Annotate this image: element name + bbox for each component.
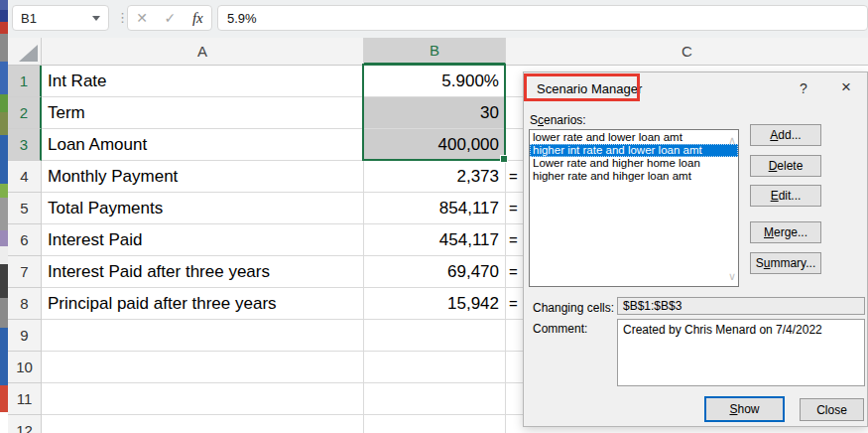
cell-b3[interactable]: 400,000 (364, 129, 506, 161)
summary-button[interactable]: Summary... (750, 252, 821, 274)
formula-bar-row: B1 ⋮ ✕ ✓ fx 5.9% (8, 0, 868, 38)
cell-a6[interactable]: Interest Paid (42, 224, 364, 256)
scenario-manager-dialog: Scenario Manager ? × Scenarios: lower ra… (523, 72, 868, 427)
row-header-5[interactable]: 5 (8, 193, 42, 224)
excel-window: B1 ⋮ ✕ ✓ fx 5.9% A B C 1 Int Rate 5.900%… (0, 0, 868, 433)
cell-a2[interactable]: Term (42, 97, 364, 129)
merge-button[interactable]: Merge... (750, 221, 821, 243)
close-button[interactable]: Close (800, 398, 864, 421)
close-icon[interactable]: × (837, 77, 855, 97)
desktop-edge-strip (0, 0, 8, 433)
formula-buttons-group: ✕ ✓ fx (127, 5, 212, 31)
scroll-up-icon[interactable]: ∧ (728, 134, 736, 147)
formula-value: 5.9% (227, 11, 257, 26)
cell-b9[interactable] (364, 320, 506, 352)
enter-icon[interactable]: ✓ (165, 11, 177, 25)
cell-b11[interactable] (364, 383, 506, 415)
scenarios-label: Scenarios: (530, 113, 586, 127)
row-header-9[interactable]: 9 (8, 320, 42, 352)
scroll-down-icon[interactable]: ∨ (728, 270, 736, 283)
row-header-12[interactable]: 12 (8, 415, 42, 433)
cell-b1[interactable]: 5.900% (364, 66, 506, 97)
cell-b6[interactable]: 454,117 (364, 224, 506, 256)
row-header-6[interactable]: 6 (8, 224, 42, 256)
formula-input[interactable]: 5.9% (217, 5, 868, 31)
row-header-7[interactable]: 7 (8, 256, 42, 288)
cell-a1[interactable]: Int Rate (42, 66, 364, 97)
cell-b7[interactable]: 69,470 (364, 256, 506, 288)
row-header-8[interactable]: 8 (8, 288, 42, 320)
comment-field[interactable]: Created by Chris Menard on 7/4/2022 (617, 319, 865, 386)
cell-a10[interactable] (42, 352, 364, 383)
comment-label: Comment: (533, 322, 587, 336)
row-header-4[interactable]: 4 (8, 161, 42, 193)
cell-a9[interactable] (42, 320, 364, 352)
help-icon[interactable]: ? (796, 80, 811, 96)
list-item[interactable]: lower rate and lower loan amt (530, 131, 738, 144)
show-button[interactable]: Show (704, 396, 785, 422)
row-header-3[interactable]: 3 (8, 129, 42, 161)
delete-button[interactable]: Delete (750, 155, 821, 177)
cell-a4[interactable]: Monthly Payment (42, 161, 364, 193)
chevron-down-icon[interactable] (92, 16, 100, 21)
row-header-10[interactable]: 10 (8, 352, 42, 383)
cell-b4[interactable]: 2,373 (364, 161, 506, 193)
fill-handle[interactable] (500, 155, 508, 163)
cell-a12[interactable] (42, 415, 364, 433)
cell-a8[interactable]: Principal paid after three years (42, 288, 364, 320)
column-header-a[interactable]: A (42, 38, 364, 65)
dialog-title: Scenario Manager (537, 81, 642, 96)
column-headers: A B C (8, 38, 868, 66)
cell-a7[interactable]: Interest Paid after three years (42, 256, 364, 288)
cancel-icon[interactable]: ✕ (136, 11, 148, 25)
cell-b2[interactable]: 30 (364, 97, 506, 129)
edit-button[interactable]: Edit... (750, 185, 821, 207)
add-button[interactable]: Add... (750, 124, 821, 146)
select-all-triangle-icon (19, 45, 38, 62)
scenarios-listbox[interactable]: lower rate and lower loan amt higher int… (529, 129, 739, 287)
select-all-button[interactable] (8, 38, 42, 65)
row-header-2[interactable]: 2 (8, 97, 42, 129)
cell-a11[interactable] (42, 383, 364, 415)
list-item-selected[interactable]: higher int rate and lower loan amt (530, 144, 738, 157)
cell-a3[interactable]: Loan Amount (42, 129, 364, 161)
row-header-11[interactable]: 11 (8, 383, 42, 415)
cell-b10[interactable] (364, 352, 506, 383)
comment-value: Created by Chris Menard on 7/4/2022 (623, 323, 822, 337)
changing-cells-field[interactable]: $B$1:$B$3 (617, 297, 865, 315)
row-header-1[interactable]: 1 (8, 66, 42, 97)
cell-a5[interactable]: Total Payments (42, 193, 364, 224)
cell-b12[interactable] (364, 415, 506, 433)
name-box[interactable]: B1 (12, 5, 109, 31)
cell-b5[interactable]: 854,117 (364, 193, 506, 224)
column-header-b[interactable]: B (364, 38, 506, 65)
list-item[interactable]: higher rate and hihger loan amt (530, 170, 738, 183)
column-header-c[interactable]: C (506, 38, 868, 65)
changing-cells-label: Changing cells: (533, 301, 614, 315)
list-item[interactable]: Lower rate and higher home loan (530, 157, 738, 170)
insert-function-icon[interactable]: fx (192, 10, 203, 27)
changing-cells-value: $B$1:$B$3 (623, 299, 682, 313)
name-box-value: B1 (21, 11, 37, 26)
cell-b8[interactable]: 15,942 (364, 288, 506, 320)
